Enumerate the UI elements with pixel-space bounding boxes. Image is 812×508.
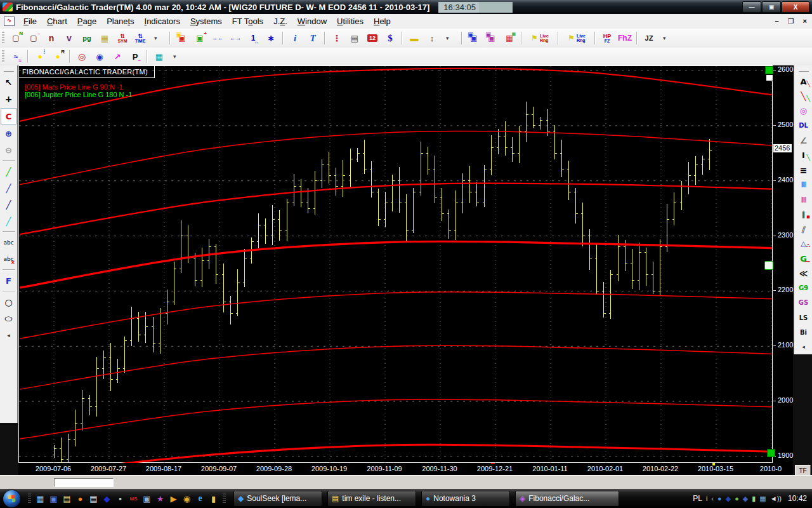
menu-help[interactable]: Help [369,15,396,28]
taskbar-window-soulseek-lema[interactable]: ◆SoulSeek [lema... [233,491,322,507]
date-axis[interactable]: 2009-07-062009-07-272009-08-172009-09-07… [18,463,793,475]
planet-retrograde-button[interactable]: ●R [49,48,67,65]
cascade-add-button[interactable]: ▣+ [191,30,209,46]
menu-page[interactable]: Page [72,15,102,28]
candle-style-button[interactable]: ↕ [423,30,441,46]
planet-price-lines-button[interactable]: ≈≈ [7,48,25,65]
close-button[interactable]: X [782,1,809,13]
ruler-button[interactable]: ▬ [405,30,423,46]
soulseek-bird-icon[interactable]: ◆ [100,492,114,505]
pencil-tool-button[interactable]: ╱ [1,213,16,229]
zoom-in-tool-button[interactable]: ⊕ [1,126,16,141]
language-indicator[interactable]: PL [693,494,702,503]
clock-tray-icon[interactable]: ● [735,495,739,502]
step-pattern-button[interactable]: ‖▪ [796,208,811,221]
menu-systems[interactable]: Systems [185,15,227,28]
window-switcher-icon[interactable]: ▣ [47,492,60,505]
triangle-tool-button[interactable]: △∴ [796,237,811,250]
zoom-out-tool-button[interactable]: ⊖ [1,142,16,157]
cycle-tool-button[interactable]: ◎ [796,104,811,117]
symbol-scroll-button[interactable]: ⇅SYM [114,30,131,46]
ie-icon[interactable]: e [193,492,207,505]
gs-tool-button[interactable]: GS [796,296,811,309]
planets-dropdown-button[interactable]: ▾ [168,48,186,65]
info-pointer-button[interactable]: i [286,30,304,46]
open-page-button[interactable]: ▢→ [25,30,43,46]
text-tool-button[interactable]: T [304,30,322,46]
candle-dropdown-button[interactable]: ▾ [441,30,459,46]
star-tool-button[interactable]: ∗ [262,30,280,46]
bi-tool-button[interactable]: Bi [796,326,811,339]
shift-one-bar-button[interactable]: 1↔ [244,30,262,46]
toolbar-dropdown-button[interactable]: ▾ [149,30,167,46]
aspect-angle-button[interactable]: ↗ [108,48,126,65]
text-label-tool-button[interactable]: abc [1,235,16,250]
cascade-windows-button[interactable]: ▣▣ [173,30,191,46]
gann-g-button[interactable]: G— [796,251,811,265]
magnet-tool-button[interactable]: C [1,108,16,124]
calendar-12-button[interactable]: 12 [363,30,381,46]
live-range-blue-button[interactable]: ⚑LiveRng [561,30,592,46]
taskbar-window-tim-exile-listen[interactable]: ▤tim exile - listen... [327,491,416,507]
delete-text-tool-button[interactable]: abc× [1,251,16,267]
vertical-lines-blue-button[interactable]: |||| [796,178,811,191]
menu-jz[interactable]: J.Z. [268,15,292,28]
menu-planets[interactable]: Planets [102,15,139,28]
vertical-lines-red-button[interactable]: |||| [796,193,811,206]
fibonacci-tool-button[interactable]: F [1,273,16,288]
volume-icon[interactable]: ◄)) [770,495,782,502]
menu-file[interactable]: File [18,15,42,28]
color-grid-button[interactable]: ▦▦ [501,30,518,46]
ellipse-tool-button[interactable]: ○ [1,311,16,326]
battery-icon[interactable]: ▮ [752,495,756,502]
print-button[interactable]: ▤ [346,30,363,46]
gann-fan-button[interactable]: ≪ [796,267,811,280]
planet-p-wave-button[interactable]: P~ [126,48,144,65]
scroll-handle-marker[interactable] [764,261,773,270]
orbit-rings-button[interactable]: ◎ [73,48,91,65]
chart-canvas[interactable]: FIBONACCI/GALACTIC TRADER(TM) [005] Mars… [18,65,773,463]
planet-orbit-button[interactable]: ◉ [91,48,108,65]
parallel-lines-button[interactable]: ∥ [796,222,811,236]
angle-lines-button[interactable]: ∠ [796,134,811,147]
minimize-button[interactable]: — [742,1,761,13]
chart-windows-blue-button[interactable]: ▣▣ [465,30,483,46]
live-range-red-button[interactable]: ⚑LiveRng [525,30,555,46]
taskband-grip[interactable] [223,493,226,504]
dl-tool-button[interactable]: DL [796,119,811,132]
jz-dropdown-button[interactable]: ▾ [658,30,676,46]
jz-button[interactable]: JZ [640,30,658,46]
firefox-icon[interactable]: ● [74,492,87,505]
new-page-button[interactable]: ▢N [7,30,25,46]
time-scroll-button[interactable]: ⇅TIME [131,30,149,46]
globe-tray-icon[interactable]: ● [717,495,722,502]
trendline-navy-button[interactable]: ╱ [1,197,16,212]
scroll-top-marker[interactable] [765,66,773,74]
doc-close-button[interactable]: × [803,17,807,25]
menu-chart[interactable]: Chart [42,15,72,28]
recycle-icon[interactable]: ▣ [140,492,154,505]
chrome-icon[interactable]: ◉ [180,492,193,505]
g9-tool-button[interactable]: G9 [796,281,811,295]
taskbar-clock[interactable]: 10:42 [788,494,807,503]
pointer-tool-button[interactable]: ↖ [1,75,16,90]
hp-fz-button[interactable]: HPFZ [598,30,616,46]
app-b-icon[interactable]: ▪ [114,492,127,505]
scroll-box-marker[interactable] [766,74,773,81]
color-app-icon[interactable]: ★ [154,492,167,505]
impulse-tool-button[interactable]: I╲ [796,149,811,162]
window-grid-button[interactable]: ▦ [96,30,114,46]
taskbar-window-notowania-3[interactable]: ●Notowania 3 [421,491,510,507]
update-tray-icon[interactable]: ◆ [743,495,748,502]
ephemeris-grid-button[interactable]: ▦ [150,48,168,65]
crosshair-tool-button[interactable]: + [1,91,16,107]
app-tray-icon[interactable]: ◆ [726,495,731,502]
traffic-light-button[interactable]: ⋮ [328,30,346,46]
info-icon[interactable]: i [706,495,707,502]
folder-icon[interactable]: ▮ [207,492,220,505]
quicklaunch-grip[interactable] [28,493,31,504]
trendline-green-button[interactable]: ╱ [1,164,16,179]
ticks-n-button[interactable]: n [43,30,60,46]
collapse-right-strip-button[interactable]: ◂ [796,340,811,354]
chevron-icon[interactable]: ‹ [711,495,714,502]
